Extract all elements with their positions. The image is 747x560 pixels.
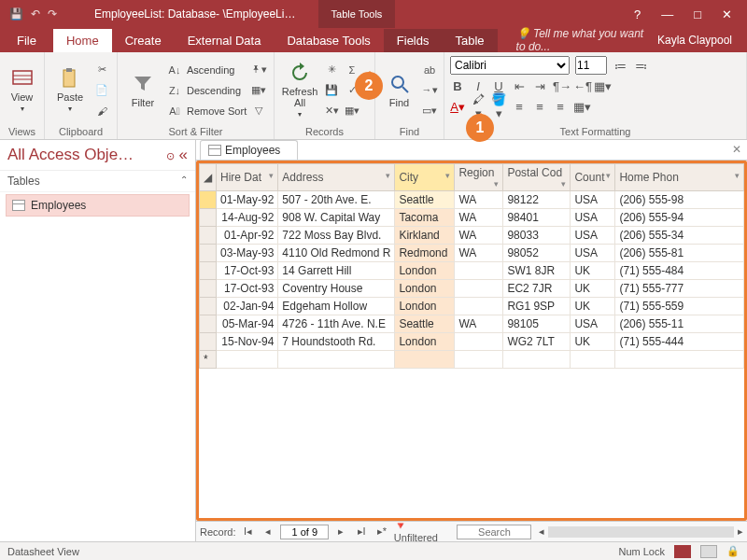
tab-home[interactable]: Home [53, 29, 112, 52]
toggle-filter[interactable]: ▽ [250, 102, 267, 120]
cell[interactable]: 98401 [503, 209, 571, 227]
column-header[interactable]: Postal Cod ▾ [503, 164, 571, 191]
row-header[interactable] [200, 333, 217, 351]
goto[interactable]: →▾ [421, 81, 438, 100]
cell[interactable]: (206) 555-11 [615, 315, 744, 333]
cell[interactable]: USA [571, 191, 615, 209]
cell[interactable]: 98122 [503, 191, 571, 209]
remove-sort[interactable]: A⃠Remove Sort [166, 102, 247, 120]
refresh-all-button[interactable]: Refresh All▾ [280, 60, 319, 121]
cell[interactable]: Kirkland [395, 227, 455, 245]
close-tab-icon[interactable]: ✕ [732, 143, 741, 156]
datasheet-view-button[interactable] [674, 545, 691, 558]
cell[interactable] [455, 280, 503, 298]
more-records[interactable]: ▦▾ [344, 102, 360, 120]
cell[interactable]: London [395, 262, 455, 280]
row-header[interactable] [200, 298, 217, 315]
column-header[interactable]: Region ▾ [455, 164, 503, 191]
cell[interactable]: USA [571, 245, 615, 262]
column-header[interactable]: Home Phon ▾ [615, 164, 744, 191]
select[interactable]: ▭▾ [421, 102, 438, 120]
row-header[interactable] [200, 262, 217, 280]
cell[interactable]: 4110 Old Redmond R [278, 245, 395, 262]
cell[interactable]: 98105 [503, 315, 571, 333]
cell[interactable]: USA [571, 227, 615, 245]
cell[interactable]: 98052 [503, 245, 571, 262]
cell[interactable]: RG1 9SP [503, 298, 571, 315]
cell[interactable]: 01-Apr-92 [217, 227, 278, 245]
close-icon[interactable]: ✕ [722, 7, 732, 21]
cell[interactable]: Seattle [395, 191, 455, 209]
cell[interactable]: 7 Houndstooth Rd. [278, 333, 395, 351]
design-view-button[interactable] [700, 545, 717, 558]
font-color[interactable]: A▾ [450, 100, 465, 114]
redo-icon[interactable]: ↷ [48, 7, 57, 21]
cell[interactable]: EC2 7JR [503, 280, 571, 298]
nav-group-tables[interactable]: Tables⌃ [0, 171, 195, 192]
sort-ascending[interactable]: A↓Ascending [166, 61, 247, 79]
prev-record[interactable]: ◂ [260, 525, 276, 538]
maximize-icon[interactable]: □ [694, 7, 701, 21]
cell[interactable]: WA [455, 191, 503, 209]
cell[interactable]: Seattle [395, 315, 455, 333]
cell[interactable]: Redmond [395, 245, 455, 262]
cell[interactable]: 01-May-92 [217, 191, 278, 209]
cell[interactable]: 722 Moss Bay Blvd. [278, 227, 395, 245]
row-header[interactable] [200, 280, 217, 298]
user-name[interactable]: Kayla Claypool [646, 34, 743, 47]
cell[interactable]: (71) 555-559 [615, 298, 744, 315]
collapse-icon[interactable]: « [179, 146, 188, 163]
underline-button[interactable]: U [491, 79, 506, 93]
cell[interactable]: 98033 [503, 227, 571, 245]
cell[interactable]: London [395, 280, 455, 298]
paste-button[interactable]: Paste▾ [50, 60, 90, 121]
cell[interactable]: 02-Jan-94 [217, 298, 278, 315]
help-icon[interactable]: ? [634, 7, 641, 21]
numbering-icon[interactable]: ≕ [633, 59, 648, 73]
next-record[interactable]: ▸ [332, 525, 349, 538]
cell[interactable]: WG2 7LT [503, 333, 571, 351]
align-center[interactable]: ≡ [532, 100, 547, 114]
tab-file[interactable]: File [4, 29, 53, 52]
cell[interactable]: (71) 555-777 [615, 280, 744, 298]
tell-me[interactable]: 💡 Tell me what you want to do... [498, 27, 646, 53]
font-name[interactable]: Calibri [450, 56, 570, 75]
cell[interactable]: Edgeham Hollow [278, 298, 395, 315]
find-button[interactable]: Find [381, 60, 417, 121]
align-left[interactable]: ≡ [512, 100, 527, 114]
sort-descending[interactable]: Z↓Descending [166, 81, 247, 100]
column-header[interactable]: Hire Dat ▾ [217, 164, 278, 191]
cell[interactable] [455, 298, 503, 315]
minimize-icon[interactable]: — [661, 7, 673, 21]
filter-indicator[interactable]: 🔻 Unfiltered [394, 520, 454, 543]
cell[interactable]: Tacoma [395, 209, 455, 227]
cell[interactable]: 03-May-93 [217, 245, 278, 262]
tab-database-tools[interactable]: Database Tools [274, 29, 383, 52]
view-button[interactable]: View▾ [6, 60, 38, 121]
cell[interactable]: USA [571, 209, 615, 227]
row-header[interactable] [200, 245, 217, 262]
cell[interactable]: UK [571, 333, 615, 351]
cell[interactable] [455, 333, 503, 351]
tab-create[interactable]: Create [112, 29, 175, 52]
cell[interactable]: 05-Mar-94 [217, 315, 278, 333]
cell[interactable] [455, 262, 503, 280]
row-header[interactable] [200, 227, 217, 245]
tab-table[interactable]: Table [443, 29, 498, 52]
select-all[interactable]: ◢ [200, 164, 217, 191]
cell[interactable]: WA [455, 209, 503, 227]
tab-fields[interactable]: Fields [384, 29, 443, 52]
cell[interactable]: 17-Oct-93 [217, 280, 278, 298]
font-size[interactable] [575, 56, 607, 75]
new-record[interactable]: ✳ [323, 61, 340, 79]
cut-button[interactable]: ✂ [93, 61, 110, 79]
cell[interactable]: UK [571, 298, 615, 315]
format-painter-button[interactable]: 🖌 [93, 102, 110, 120]
undo-icon[interactable]: ↶ [31, 7, 40, 21]
column-header[interactable]: Count ▾ [571, 164, 615, 191]
new-blank-record[interactable]: ▸* [374, 525, 390, 538]
tab-external-data[interactable]: External Data [175, 29, 275, 52]
indent-increase[interactable]: ⇥ [532, 79, 547, 93]
alt-row-color[interactable]: ▦▾ [573, 100, 588, 114]
cell[interactable]: 17-Oct-93 [217, 262, 278, 280]
